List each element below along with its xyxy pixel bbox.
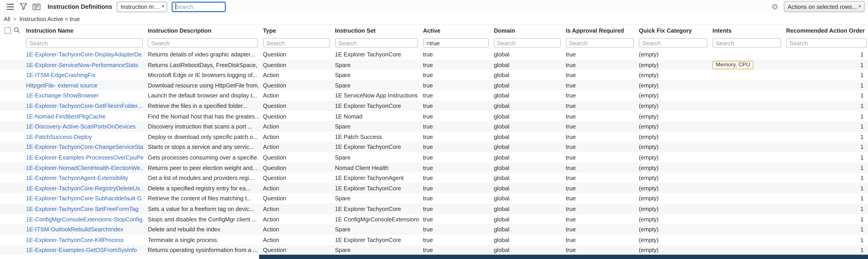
column-header-quick-fix-category[interactable]: Quick Fix Category [635, 27, 709, 34]
filter-intents-input[interactable] [713, 38, 781, 48]
instruction-set-cell: 1E ServiceNow App Instructions [331, 90, 419, 101]
active-cell: true [419, 49, 490, 59]
table-row[interactable]: 1E-Explorer-NomadClientHealth-ElectionWe… [0, 162, 868, 173]
table-row[interactable]: 1E-ITSM-OutlookRebuildSearchIndex Delete… [0, 224, 868, 234]
instruction-name-link[interactable]: 1E-Explorer-TachyonCore-RegistryDeleteUs… [26, 185, 144, 191]
breadcrumb-root[interactable]: All [4, 15, 10, 22]
table-row[interactable]: 1E-Discovery-Active-ScanPortsOnDevices D… [0, 121, 868, 131]
columns-panel-icon[interactable] [31, 2, 41, 11]
select-all-checkbox[interactable] [4, 27, 11, 34]
type-cell: Action [259, 70, 331, 80]
gear-icon[interactable]: ⚙ [772, 2, 778, 11]
horizontal-scrollbar-thumb[interactable] [259, 255, 868, 259]
table-row[interactable]: 1E-Explorer-TachyonCore-ChangeServiceSta… [0, 142, 868, 152]
view-selector-dropdown[interactable]: Instruction Instructi ▾ [117, 1, 167, 12]
table-row[interactable]: 1E-ITSM-EdgeCrashingFix Microsoft Edge o… [0, 70, 868, 80]
instruction-name-link[interactable]: 1E-Nomad-FindBestPkgCache [26, 112, 105, 119]
filter-instruction-set-input[interactable] [335, 38, 418, 48]
filter-is-approval-required-input[interactable] [566, 38, 634, 48]
filter-recommended-action-order-input[interactable] [786, 38, 867, 48]
filter-instruction-name-input[interactable] [26, 38, 143, 48]
instruction-name-link[interactable]: 1E-Explorer-TachyonAgent-Extensibility [26, 174, 128, 181]
instruction-description-cell: Find the Nomad host that has the greates… [144, 111, 259, 121]
table-row[interactable]: 1E-Explorer-TachyonCore-DisplayAdapterDe… [0, 49, 868, 59]
column-header-domain[interactable]: Domain [490, 27, 562, 34]
table-row[interactable]: 1E-Explorer-TachyonCore-Subhacddefault-G… [0, 193, 868, 203]
instruction-name-link[interactable]: 1E-Explorer-TachyonCore-DisplayAdapterDe… [26, 51, 144, 58]
actions-on-selected-rows-dropdown[interactable]: Actions on selected rows... ▾ [784, 1, 865, 12]
instruction-description-cell: Returns operating sysinformation from a … [144, 245, 259, 255]
instruction-name-link[interactable]: 1E-Explorer-TachyonCore-ChangeServiceSta… [26, 144, 144, 150]
horizontal-scrollbar [0, 255, 868, 259]
is-approval-required-cell: true [562, 132, 635, 142]
chevron-down-icon: ▾ [162, 4, 164, 9]
menu-icon[interactable] [5, 2, 15, 11]
column-header-active[interactable]: Active [419, 27, 490, 34]
active-cell: true [419, 245, 490, 255]
instruction-name-link[interactable]: 1E-Exchange-ShowBrowser [26, 92, 99, 99]
instruction-name-cell: 1E-Explorer-Examples-GetOSFromSysInfo [22, 245, 144, 255]
instruction-set-cell: Spare [331, 152, 419, 162]
filter-icon[interactable] [18, 2, 28, 11]
table-row[interactable]: 1E-Explorer-Examples-ProcessesOverCpuPer… [0, 152, 868, 162]
table-row[interactable]: HttpgetFile- external source Download re… [0, 80, 868, 90]
filter-domain-input[interactable] [494, 38, 561, 48]
table-row[interactable]: 1E-Exchange-ShowBrowser Launch the defau… [0, 90, 868, 101]
instruction-name-link[interactable]: 1E-ITSM-OutlookRebuildSearchIndex [26, 226, 123, 232]
filter-instruction-description-input[interactable] [148, 38, 258, 48]
table-row[interactable]: 1E-Explorer-ServiceNow-PerformanceStats … [0, 60, 868, 70]
instruction-name-link[interactable]: 1E-Explorer-TachyonCore-Subhacddefault-G… [26, 195, 144, 202]
table-row[interactable]: 1E-Explorer-TachyonCore-KillProcess Term… [0, 234, 868, 245]
instruction-name-link[interactable]: HttpgetFile- external source [26, 82, 97, 88]
recommended-action-order-cell: 1 [782, 204, 868, 214]
table-row[interactable]: 1E-Nomad-FindBestPkgCache Find the Nomad… [0, 111, 868, 121]
table-row[interactable]: 1E-Explorer-TachyonCore-RegistryDeleteUs… [0, 183, 868, 193]
instruction-name-link[interactable]: 1E-Explorer-TachyonCore-KillProcess [26, 236, 124, 243]
instruction-set-cell: 1E Explorer TachyonCore [331, 183, 419, 193]
instruction-set-cell: 1E Explorer TachyonCore [331, 234, 419, 245]
table-row[interactable]: 1E-PatchSuccess-Deploy Deploy or downloa… [0, 132, 868, 142]
quick-fix-category-cell: (empty) [635, 101, 709, 111]
column-search-icon[interactable] [14, 25, 20, 35]
quick-fix-category-cell: (empty) [635, 60, 709, 70]
instruction-name-cell: 1E-Explorer-NomadClientHealth-ElectionWe… [22, 162, 144, 173]
toolbar-search-input[interactable] [172, 2, 226, 12]
table-row[interactable]: 1E-Explorer-TachyonAgent-Extensibility G… [0, 173, 868, 183]
is-approval-required-cell: true [562, 60, 635, 70]
active-cell: true [419, 90, 490, 101]
instruction-name-link[interactable]: 1E-Explorer-TachyonCore-GetFilesInFolder… [26, 102, 142, 109]
filter-quick-fix-category-input[interactable] [639, 38, 708, 48]
column-header-intents[interactable]: Intents [709, 27, 782, 34]
column-header-instruction-set[interactable]: Instruction Set [331, 27, 419, 34]
instruction-name-link[interactable]: 1E-Explorer-ServiceNow-PerformanceStats [26, 61, 138, 68]
instruction-name-link[interactable]: 1E-ITSM-EdgeCrashingFix [26, 72, 96, 78]
quick-fix-category-cell: (empty) [635, 49, 709, 59]
is-approval-required-cell: true [562, 224, 635, 234]
instruction-name-link[interactable]: 1E-Discovery-Active-ScanPortsOnDevices [26, 123, 135, 130]
type-cell: Question [259, 173, 331, 183]
instruction-description-cell: Download resource using HttpGetFile from… [144, 80, 259, 90]
recommended-action-order-cell: 1 [782, 234, 868, 245]
table-row[interactable]: 1E-Explorer-Examples-GetOSFromSysInfo Re… [0, 245, 868, 255]
instruction-name-cell: 1E-Explorer-TachyonCore-GetFilesInFolder… [22, 101, 144, 111]
filter-active-input[interactable] [423, 38, 489, 48]
instruction-name-link[interactable]: 1E-PatchSuccess-Deploy [26, 133, 92, 140]
instruction-name-link[interactable]: 1E-ConfigMgrConsoleExtensions-StopConfig… [26, 216, 144, 222]
table-row[interactable]: 1E-Explorer-TachyonCore-GetFilesInFolder… [0, 101, 868, 111]
breadcrumb-active-filter[interactable]: Instruction Active = true [19, 15, 80, 22]
column-header-recommended-action-order[interactable]: Recommended Action Order [782, 27, 868, 34]
instruction-set-cell: Spare [331, 60, 419, 70]
column-header-is-approval-required[interactable]: Is Approval Required [562, 27, 635, 34]
type-cell: Action [259, 214, 331, 224]
column-header-type[interactable]: Type [259, 27, 331, 34]
table-row[interactable]: 1E-ConfigMgrConsoleExtensions-StopConfig… [0, 214, 868, 224]
instruction-name-link[interactable]: 1E-Explorer-Examples-ProcessesOverCpuPer… [26, 154, 144, 160]
column-header-instruction-description[interactable]: Instruction Description [144, 27, 259, 34]
is-approval-required-cell: true [562, 234, 635, 245]
instruction-name-link[interactable]: 1E-Explorer-NomadClientHealth-ElectionWe… [26, 164, 144, 171]
filter-type-input[interactable] [263, 38, 330, 48]
instruction-name-link[interactable]: 1E-Explorer-TachyonCore-SetFreeFormTag [26, 205, 138, 212]
instruction-name-link[interactable]: 1E-Explorer-Examples-GetOSFromSysInfo [26, 247, 137, 253]
column-header-instruction-name[interactable]: Instruction Name [22, 27, 144, 34]
table-row[interactable]: 1E-Explorer-TachyonCore-SetFreeFormTag S… [0, 204, 868, 214]
